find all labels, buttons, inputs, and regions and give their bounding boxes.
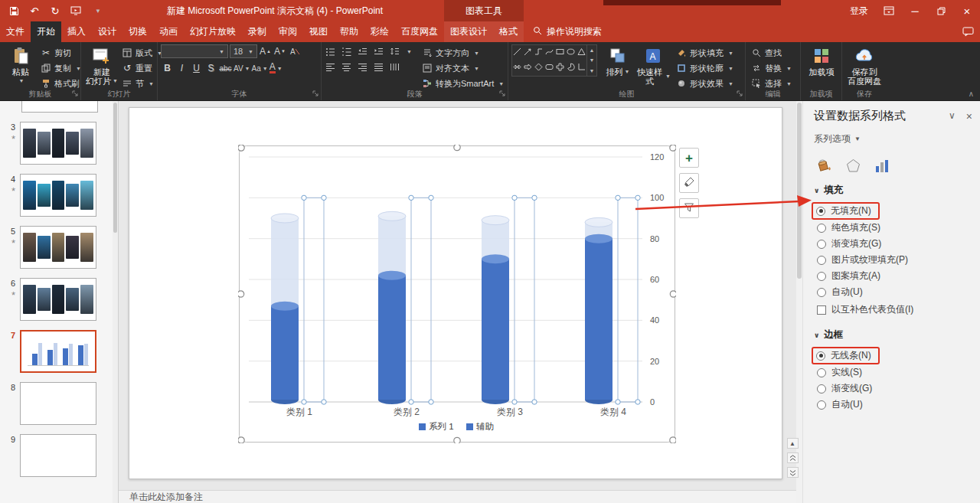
next-slide-button[interactable] [787, 467, 799, 478]
collapse-ribbon-icon[interactable]: ∧ [969, 90, 974, 98]
slide-row-8[interactable]: 8 [0, 382, 118, 425]
chart-filter-button[interactable] [679, 198, 699, 218]
tab-幻灯片放映[interactable]: 幻灯片放映 [184, 21, 242, 42]
radio[interactable] [817, 368, 826, 377]
find-button[interactable]: 查找 [749, 45, 794, 60]
tell-me-search[interactable]: 操作说明搜索 [524, 21, 611, 42]
dialog-launcher-icon[interactable] [499, 88, 505, 99]
shape-line-icon[interactable] [512, 47, 522, 59]
numbered-list-icon[interactable] [341, 46, 351, 57]
tab-帮助[interactable]: 帮助 [334, 21, 364, 42]
line-spacing-icon[interactable] [389, 46, 400, 57]
option-图案填充(A)[interactable]: 图案填充(A) [814, 268, 972, 284]
slide-thumbnail[interactable] [20, 174, 96, 217]
restore-button[interactable] [928, 0, 954, 21]
quick-styles-button[interactable]: A 快速样式▼ [635, 44, 671, 86]
shapes-gallery-scroll[interactable]: ▲▼▼ [586, 45, 596, 76]
shape-pie-icon[interactable] [566, 62, 576, 74]
series-options-tab[interactable] [874, 159, 889, 173]
italic-button[interactable]: I [175, 61, 188, 75]
close-button[interactable]: × [954, 0, 980, 21]
justify-icon[interactable] [373, 61, 384, 72]
addins-button[interactable]: 加载项 [804, 44, 839, 77]
radio[interactable] [816, 207, 825, 216]
slide-row-5[interactable]: 5* [0, 226, 118, 269]
clear-formatting-button[interactable]: A [288, 44, 301, 58]
align-text-button[interactable]: 对齐文本▼ [420, 60, 506, 76]
checkbox[interactable] [817, 305, 826, 315]
scroll-up-button[interactable]: ▲ [787, 438, 799, 449]
slide-surface[interactable]: 020406080100120类别 1类别 2类别 3类别 4系列 1辅助 + [129, 107, 782, 479]
strikethrough-button[interactable]: abc [219, 61, 232, 75]
complement-negative-checkbox-row[interactable]: 以互补色代表负值(I) [814, 302, 972, 318]
paste-button[interactable]: 粘贴 ▼ [3, 44, 38, 86]
previous-slide-button[interactable] [787, 452, 799, 463]
option-渐变线(G)[interactable]: 渐变线(G) [814, 381, 972, 397]
undo-icon[interactable]: ↶ [28, 5, 41, 17]
option-纯色填充(S)[interactable]: 纯色填充(S) [814, 220, 972, 236]
scrollbar-thumb[interactable] [797, 103, 802, 279]
slide-row-3[interactable]: 3* [0, 122, 118, 165]
tab-插入[interactable]: 插入 [61, 21, 92, 42]
align-right-icon[interactable] [357, 61, 368, 72]
tab-开始[interactable]: 开始 [31, 21, 61, 42]
notes-area[interactable]: 单击此处添加备注 [119, 490, 796, 503]
shape-plus-icon[interactable] [555, 62, 565, 74]
tab-审阅[interactable]: 审阅 [273, 21, 303, 42]
increase-indent-icon[interactable] [373, 46, 384, 57]
tab-百度网盘[interactable]: 百度网盘 [395, 21, 444, 42]
shape-triangle-icon[interactable] [577, 47, 586, 59]
shape-double-arrow-icon[interactable] [512, 62, 522, 74]
tab-彩绘[interactable]: 彩绘 [364, 21, 395, 42]
tab-文件[interactable]: 文件 [0, 21, 31, 42]
slide-row-9[interactable]: 9 [0, 434, 118, 477]
cut-button[interactable]: ✂ 剪切 [38, 45, 83, 60]
chart[interactable]: 020406080100120类别 1类别 2类别 3类别 4系列 1辅助 [238, 145, 676, 443]
slide-row-6[interactable]: 6* [0, 278, 118, 321]
tab-切换[interactable]: 切换 [122, 21, 153, 42]
tab-录制[interactable]: 录制 [242, 21, 273, 42]
comments-icon[interactable] [962, 21, 974, 42]
radio[interactable] [817, 272, 826, 281]
text-shadow-button[interactable]: S [204, 61, 217, 75]
login-button[interactable]: 登录 [842, 5, 876, 18]
radio[interactable] [817, 400, 826, 410]
new-slide-button[interactable]: 新建 幻灯片▼ [84, 44, 119, 86]
decrease-indent-icon[interactable] [357, 46, 368, 57]
shape-fill-button[interactable]: 形状填充▼ [674, 45, 736, 60]
bullet-list-icon[interactable] [325, 46, 335, 57]
increase-font-size-button[interactable]: A▲ [259, 44, 272, 58]
ribbon-display-options-icon[interactable] [876, 0, 902, 21]
shape-arrow-icon[interactable] [523, 47, 533, 59]
start-presentation-icon[interactable] [70, 5, 82, 17]
radio[interactable] [817, 240, 826, 249]
chart-elements-button[interactable]: + [679, 148, 699, 168]
shape-curve-icon[interactable] [544, 47, 554, 59]
align-center-icon[interactable] [341, 61, 351, 72]
partial-slide-thumb[interactable] [21, 101, 98, 113]
chart-styles-button[interactable] [679, 173, 699, 193]
align-left-icon[interactable] [325, 61, 335, 72]
copy-button[interactable]: 复制 ▼ [38, 60, 83, 76]
bold-button[interactable]: B [161, 61, 174, 75]
save-to-netdisk-button[interactable]: 保存到 百度网盘 [845, 44, 884, 86]
character-spacing-button[interactable]: AV▼ [234, 61, 250, 75]
arrange-button[interactable]: 排列▼ [600, 44, 635, 77]
dialog-launcher-icon[interactable] [737, 88, 743, 99]
font-name-combo[interactable]: ▼ [161, 44, 228, 58]
shape-elbow-icon[interactable] [534, 47, 544, 59]
pane-close-icon[interactable]: × [966, 110, 972, 122]
shape-lshape-icon[interactable] [577, 62, 586, 74]
border-section-header[interactable]: ∨ 边框 [814, 328, 972, 341]
tab-格式[interactable]: 格式 [493, 21, 524, 42]
underline-button[interactable]: U [190, 61, 203, 75]
option-渐变填充(G)[interactable]: 渐变填充(G) [814, 236, 972, 252]
dialog-launcher-icon[interactable] [312, 88, 318, 99]
shape-diamond-icon[interactable] [534, 62, 544, 74]
tab-图表设计[interactable]: 图表设计 [444, 21, 493, 42]
shape-right-arrow-icon[interactable] [523, 62, 533, 74]
redo-icon[interactable]: ↻ [49, 5, 61, 17]
slide-thumbnail[interactable] [20, 226, 96, 269]
shape-rect-icon[interactable] [555, 47, 565, 59]
thumbnail-scrollbar[interactable] [113, 101, 118, 503]
